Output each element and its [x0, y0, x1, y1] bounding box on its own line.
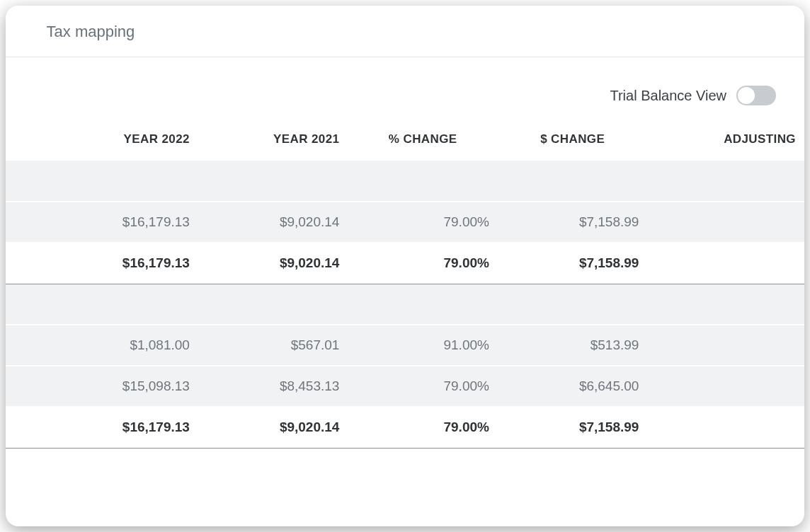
- cell-year2022: $16,179.13: [6, 243, 198, 284]
- table-header-row: YEAR 2022 YEAR 2021 % CHANGE $ CHANGE AD…: [6, 120, 804, 161]
- cell-year2022: $15,098.13: [6, 366, 198, 407]
- cell-pct-change: 79.00%: [348, 243, 498, 284]
- col-year-2021: YEAR 2021: [198, 120, 348, 161]
- cell-year2021: $9,020.14: [198, 202, 348, 243]
- cell-dollar-change: $6,645.00: [498, 366, 648, 407]
- cell-year2022: $16,179.13: [6, 202, 198, 243]
- cell-dollar-change: $7,158.99: [498, 407, 648, 448]
- table-total-row: $16,179.13 $9,020.14 79.00% $7,158.99: [6, 407, 804, 448]
- cell-adjusting: [647, 366, 804, 407]
- table-row: $1,081.00 $567.01 91.00% $513.99: [6, 325, 804, 366]
- table-row: $16,179.13 $9,020.14 79.00% $7,158.99: [6, 202, 804, 243]
- cell-year2021: $8,453.13: [198, 366, 348, 407]
- cell-adjusting: [647, 407, 804, 448]
- cell-year2022: $16,179.13: [6, 407, 198, 448]
- cell-adjusting: [647, 243, 804, 284]
- col-pct-change: % CHANGE: [348, 120, 498, 161]
- cell-pct-change: 91.00%: [348, 325, 498, 366]
- trial-balance-toggle[interactable]: [736, 86, 776, 105]
- cell-pct-change: 79.00%: [348, 366, 498, 407]
- cell-year2021: $9,020.14: [198, 243, 348, 284]
- cell-year2022: $1,081.00: [6, 325, 198, 366]
- table-total-row: $16,179.13 $9,020.14 79.00% $7,158.99: [6, 243, 804, 284]
- toolbar: Trial Balance View: [6, 57, 804, 120]
- tab-tax-mapping[interactable]: Tax mapping: [47, 23, 135, 41]
- tab-bar: ents Tax mapping: [6, 6, 804, 57]
- cell-dollar-change: $7,158.99: [498, 202, 648, 243]
- table-row: $15,098.13 $8,453.13 79.00% $6,645.00: [6, 366, 804, 407]
- cell-dollar-change: $7,158.99: [498, 243, 648, 284]
- cell-year2021: $567.01: [198, 325, 348, 366]
- group-header-row: [6, 284, 804, 325]
- trial-balance-toggle-label: Trial Balance View: [610, 88, 726, 104]
- col-adjusting: ADJUSTING: [647, 120, 804, 161]
- cell-pct-change: 79.00%: [348, 202, 498, 243]
- app-window: ents Tax mapping Trial Balance View YEAR…: [6, 6, 804, 526]
- cell-dollar-change: $513.99: [498, 325, 648, 366]
- cell-year2021: $9,020.14: [198, 407, 348, 448]
- col-dollar-change: $ CHANGE: [498, 120, 648, 161]
- col-year-2022: YEAR 2022: [6, 120, 198, 161]
- comparison-table: YEAR 2022 YEAR 2021 % CHANGE $ CHANGE AD…: [6, 120, 804, 449]
- cell-adjusting: [647, 325, 804, 366]
- toggle-knob: [738, 87, 755, 104]
- group-header-row: [6, 161, 804, 202]
- cell-adjusting: [647, 202, 804, 243]
- cell-pct-change: 79.00%: [348, 407, 498, 448]
